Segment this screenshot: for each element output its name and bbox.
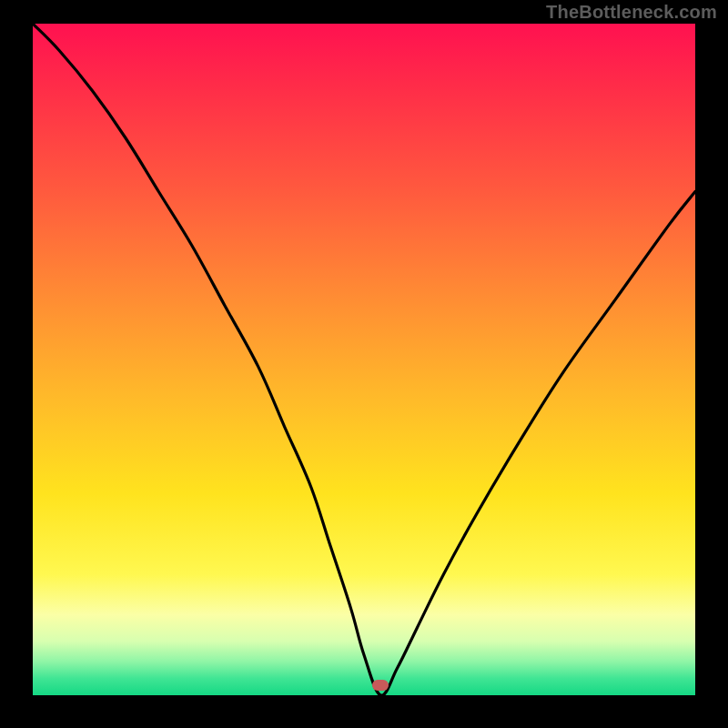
chart-frame: TheBottleneck.com: [0, 0, 728, 728]
plot-area: [33, 24, 695, 695]
optimum-marker: [372, 680, 389, 691]
bottleneck-curve: [33, 24, 695, 695]
watermark-text: TheBottleneck.com: [546, 2, 717, 23]
